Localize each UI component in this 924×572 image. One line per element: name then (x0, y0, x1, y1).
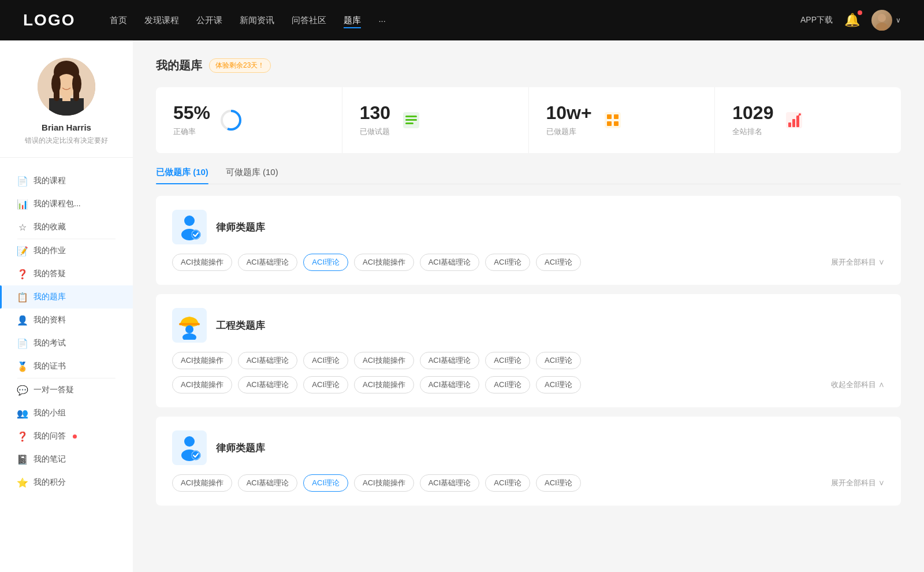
page-header: 我的题库 体验剩余23天！ (156, 58, 901, 73)
sidebar-item-my-qa-label: 我的问答 (33, 431, 66, 441)
navbar: LOGO 首页 发现课程 公开课 新闻资讯 问答社区 题库 ··· APP下载 … (0, 0, 924, 40)
tag-eng-r2-6[interactable]: ACI理论 (485, 376, 530, 393)
svg-point-28 (799, 113, 801, 116)
tag-lawyer1-4[interactable]: ACI技能操作 (354, 254, 414, 271)
stat-rank-icon (783, 109, 806, 132)
nav-qa[interactable]: 问答社区 (292, 13, 326, 28)
sidebar-item-notes[interactable]: 📓 我的笔记 (0, 448, 133, 471)
course-package-icon: 📊 (17, 199, 28, 209)
sidebar-item-exam[interactable]: 📄 我的考试 (0, 332, 133, 355)
tag-eng-r1-1[interactable]: ACI技能操作 (172, 352, 232, 369)
profile-avatar (38, 58, 95, 116)
tag-eng-r1-5[interactable]: ACI基础理论 (420, 352, 480, 369)
stat-rank-info: 1029 全站排名 (732, 103, 773, 137)
tag-eng-r1-3[interactable]: ACI理论 (303, 352, 348, 369)
nav-bank[interactable]: 题库 (344, 13, 361, 28)
collapse-link-engineer[interactable]: 收起全部科目 ∧ (831, 380, 885, 390)
bank-card-engineer: 工程类题库 ACI技能操作 ACI基础理论 ACI理论 ACI技能操作 ACI基… (156, 294, 901, 407)
sidebar-item-favorites[interactable]: ☆ 我的收藏 (0, 216, 133, 239)
sidebar-item-homework-label: 我的作业 (33, 246, 66, 256)
stat-rank-value: 1029 (732, 103, 773, 122)
notification-bell[interactable]: 🔔 (844, 13, 860, 28)
sidebar-item-my-qa[interactable]: ❓ 我的问答 (0, 425, 133, 448)
profile-section: Brian Harris 错误的决定比没有决定要好 (0, 58, 133, 158)
sidebar-item-group[interactable]: 👥 我的小组 (0, 402, 133, 425)
sidebar-menu: 📄 我的课程 📊 我的课程包... ☆ 我的收藏 📝 我的作业 ❓ 我的答疑 � (0, 164, 133, 500)
tag-lawyer2-5[interactable]: ACI基础理论 (420, 474, 480, 492)
sidebar-item-exam-label: 我的考试 (33, 338, 66, 348)
tab-available-banks[interactable]: 可做题库 (10) (226, 167, 278, 184)
svg-rect-9 (62, 92, 70, 101)
svg-point-36 (182, 333, 196, 340)
sidebar-item-certificate[interactable]: 🏅 我的证书 (0, 355, 133, 378)
tag-lawyer2-4[interactable]: ACI技能操作 (354, 474, 414, 492)
tag-eng-r2-5[interactable]: ACI基础理论 (420, 376, 480, 393)
nav-opencourse[interactable]: 公开课 (196, 13, 222, 28)
stat-done-banks: 10w+ 已做题库 (529, 87, 716, 153)
app-download-link[interactable]: APP下载 (800, 15, 833, 25)
svg-rect-19 (605, 112, 621, 128)
tag-lawyer2-6[interactable]: ACI理论 (485, 474, 530, 492)
svg-rect-34 (179, 323, 200, 325)
sidebar-item-profile[interactable]: 👤 我的资料 (0, 309, 133, 332)
tag-lawyer1-7[interactable]: ACI理论 (536, 254, 581, 271)
bank-name-lawyer-2: 律师类题库 (216, 441, 265, 455)
exam-icon: 📄 (17, 338, 28, 348)
sidebar-item-certificate-label: 我的证书 (33, 361, 66, 372)
stat-done-questions-info: 130 已做试题 (360, 103, 390, 137)
svg-rect-26 (792, 119, 795, 127)
nav-more[interactable]: ··· (378, 13, 386, 28)
sidebar-item-1on1[interactable]: 💬 一对一答疑 (0, 378, 133, 402)
tag-eng-r2-7[interactable]: ACI理论 (536, 376, 581, 393)
bank-card-engineer-header: 工程类题库 (172, 308, 885, 343)
my-qa-icon: ❓ (17, 431, 28, 441)
tag-lawyer2-1[interactable]: ACI技能操作 (172, 474, 232, 492)
expand-link-lawyer-1[interactable]: 展开全部科目 ∨ (831, 257, 885, 268)
tag-lawyer1-6[interactable]: ACI理论 (485, 254, 530, 271)
bank-list: 律师类题库 ACI技能操作 ACI基础理论 ACI理论 ACI技能操作 ACI基… (156, 196, 901, 506)
bank-icon-lawyer-2 (172, 430, 207, 465)
sidebar-item-course-package[interactable]: 📊 我的课程包... (0, 192, 133, 216)
tag-lawyer1-5[interactable]: ACI基础理论 (420, 254, 480, 271)
sidebar-item-points[interactable]: ⭐ 我的积分 (0, 471, 133, 494)
stat-correct-label: 正确率 (173, 127, 210, 137)
tag-eng-r2-2[interactable]: ACI基础理论 (238, 376, 298, 393)
tag-eng-r1-7[interactable]: ACI理论 (536, 352, 581, 369)
sidebar-item-homework[interactable]: 📝 我的作业 (0, 239, 133, 262)
svg-rect-20 (607, 114, 612, 119)
tag-lawyer1-1[interactable]: ACI技能操作 (172, 254, 232, 271)
tag-eng-r1-2[interactable]: ACI基础理论 (238, 352, 298, 369)
tag-lawyer2-2[interactable]: ACI基础理论 (238, 474, 298, 492)
user-avatar-menu[interactable]: ∨ (871, 10, 901, 31)
sidebar: Brian Harris 错误的决定比没有决定要好 📄 我的课程 📊 我的课程包… (0, 40, 133, 572)
tag-eng-r2-4[interactable]: ACI技能操作 (354, 376, 414, 393)
certificate-icon: 🏅 (17, 361, 28, 372)
tag-lawyer1-2[interactable]: ACI基础理论 (238, 254, 298, 271)
expand-link-lawyer-2[interactable]: 展开全部科目 ∨ (831, 478, 885, 488)
chevron-down-icon: ∨ (896, 16, 901, 24)
qa-badge-dot (73, 434, 77, 439)
tag-eng-r1-4[interactable]: ACI技能操作 (354, 352, 414, 369)
nav-news[interactable]: 新闻资讯 (240, 13, 274, 28)
bank-icon-engineer (172, 308, 207, 343)
stat-grid-icon (601, 109, 624, 132)
bank-card-lawyer-2-header: 律师类题库 (172, 430, 885, 465)
svg-point-14 (225, 114, 237, 126)
sidebar-item-bank[interactable]: 📋 我的题库 (0, 285, 133, 309)
bank-tags-engineer-row2: ACI技能操作 ACI基础理论 ACI理论 ACI技能操作 ACI基础理论 AC… (172, 376, 885, 393)
sidebar-item-course-package-label: 我的课程包... (33, 199, 81, 209)
nav-discover[interactable]: 发现课程 (144, 13, 179, 28)
tag-eng-r2-1[interactable]: ACI技能操作 (172, 376, 232, 393)
tag-eng-r1-6[interactable]: ACI理论 (485, 352, 530, 369)
qa-icon: ❓ (17, 269, 28, 279)
nav-home[interactable]: 首页 (110, 13, 127, 28)
sidebar-item-qa[interactable]: ❓ 我的答疑 (0, 262, 133, 285)
tag-eng-r2-3[interactable]: ACI理论 (303, 376, 348, 393)
tabs: 已做题库 (10) 可做题库 (10) (156, 167, 901, 184)
tag-lawyer2-3[interactable]: ACI理论 (303, 474, 348, 492)
sidebar-item-course[interactable]: 📄 我的课程 (0, 169, 133, 192)
tab-done-banks[interactable]: 已做题库 (10) (156, 167, 208, 184)
stat-done-questions-value: 130 (360, 103, 390, 122)
tag-lawyer2-7[interactable]: ACI理论 (536, 474, 581, 492)
tag-lawyer1-3[interactable]: ACI理论 (303, 254, 348, 271)
